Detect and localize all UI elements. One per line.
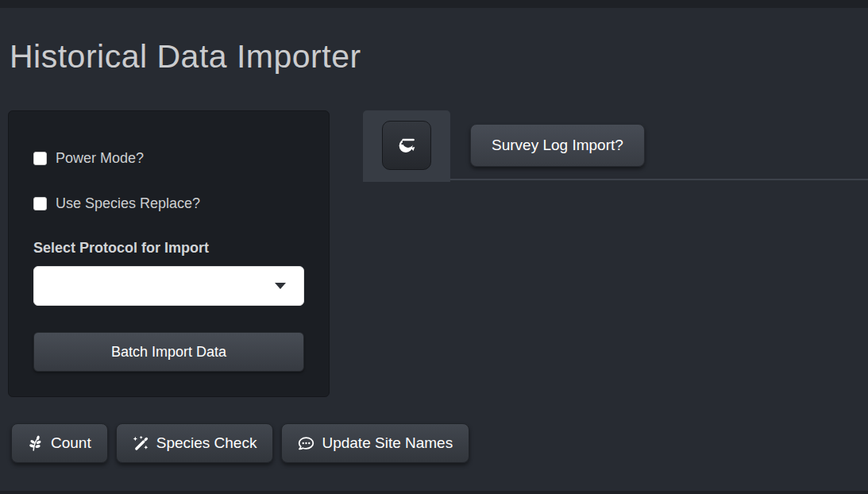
- shrimp-tab-button[interactable]: [382, 121, 431, 170]
- bottom-actions: Count Species Check Update Site Names: [11, 423, 868, 463]
- batch-import-button[interactable]: Batch Import Data: [33, 332, 304, 372]
- count-button-label: Count: [51, 434, 91, 452]
- import-panel: Power Mode? Use Species Replace? Select …: [8, 110, 330, 397]
- tab-panel-area: Survey Log Import?: [363, 110, 868, 180]
- tab-survey-log-import[interactable]: Survey Log Import?: [470, 124, 645, 167]
- main-content: Power Mode? Use Species Replace? Select …: [0, 110, 868, 397]
- update-site-names-button[interactable]: Update Site Names: [281, 423, 469, 463]
- tab-bar: Survey Log Import?: [363, 110, 868, 180]
- tab-shrimp-import[interactable]: [363, 110, 450, 182]
- protocol-select-label: Select Protocol for Import: [33, 240, 304, 257]
- page-title: Historical Data Importer: [10, 38, 868, 75]
- species-replace-checkbox[interactable]: [33, 197, 47, 210]
- shrimp-icon: [395, 133, 419, 157]
- count-button[interactable]: Count: [11, 423, 108, 463]
- caret-down-icon: [275, 283, 286, 289]
- power-mode-label: Power Mode?: [56, 150, 144, 167]
- protocol-select[interactable]: [33, 266, 304, 306]
- power-mode-checkbox[interactable]: [33, 152, 47, 165]
- species-check-button[interactable]: Species Check: [116, 423, 274, 463]
- power-mode-checkbox-row[interactable]: Power Mode?: [33, 150, 304, 167]
- wand-magic-sparkles-icon: [133, 435, 149, 452]
- species-replace-checkbox-row[interactable]: Use Species Replace?: [33, 195, 304, 212]
- browser-chrome-bar: [0, 0, 868, 8]
- update-site-names-button-label: Update Site Names: [322, 434, 453, 452]
- leaf-icon: [28, 435, 44, 451]
- browser-chrome-bottom-bar: [0, 491, 868, 494]
- species-check-button-label: Species Check: [156, 434, 257, 452]
- comment-dots-icon: [298, 435, 314, 452]
- species-replace-label: Use Species Replace?: [56, 195, 200, 212]
